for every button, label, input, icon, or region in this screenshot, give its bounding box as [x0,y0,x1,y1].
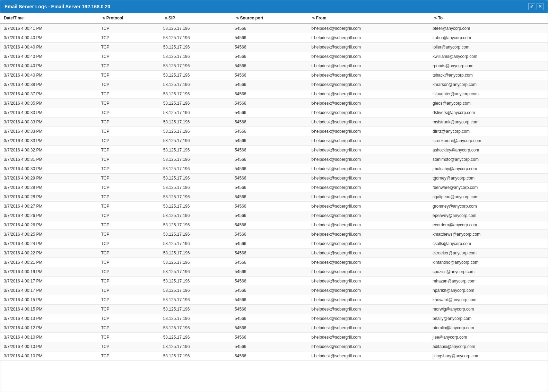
cell-to: cpuziss@anycorp.com [429,267,548,277]
cell-to: lslaughter@anycorp.com [429,89,548,99]
cell-to: kmatthews@anycorp.com [429,230,548,239]
table-row[interactable]: 3/7/2016 4:00:33 PMTCP58.125.17.19654566… [0,117,548,127]
cell-source_port: 54566 [231,24,307,33]
cell-to: loller@anycorp.com [429,43,548,52]
cell-from: it-helpdesk@sobergrill.com [307,174,429,183]
cell-protocol: TCP [97,33,159,43]
maximize-button[interactable]: ⤢ [528,3,535,10]
table-row[interactable]: 3/7/2016 4:00:35 PMTCP58.125.17.19654566… [0,99,548,108]
table-row[interactable]: 3/7/2016 4:00:22 PMTCP58.125.17.19654566… [0,249,548,258]
cell-datetime: 3/7/2016 4:00:40 PM [0,33,97,43]
table-row[interactable]: 3/7/2016 4:00:41 PMTCP58.125.17.19654566… [0,24,548,33]
col-to[interactable]: ⇅ To [429,13,548,24]
table-row[interactable]: 3/7/2016 4:00:10 PMTCP58.125.17.19654566… [0,333,548,342]
cell-protocol: TCP [97,192,159,202]
table-row[interactable]: 3/7/2016 4:00:31 PMTCP58.125.17.19654566… [0,155,548,164]
table-row[interactable]: 3/7/2016 4:00:19 PMTCP58.125.17.19654566… [0,267,548,277]
cell-protocol: TCP [97,286,159,295]
table-row[interactable]: 3/7/2016 4:00:13 PMTCP58.125.17.19654566… [0,314,548,323]
cell-source_port: 54566 [231,52,307,61]
cell-protocol: TCP [97,183,159,192]
cell-sip: 58.125.17.196 [160,211,231,220]
cell-datetime: 3/7/2016 4:00:26 PM [0,220,97,230]
table-row[interactable]: 3/7/2016 4:00:40 PMTCP58.125.17.19654566… [0,52,548,61]
cell-protocol: TCP [97,305,159,314]
cell-datetime: 3/7/2016 4:00:21 PM [0,258,97,267]
cell-source_port: 54566 [231,117,307,127]
table-row[interactable]: 3/7/2016 4:00:38 PMTCP58.125.17.19654566… [0,80,548,89]
cell-to: kwilliams@anycorp.com [429,52,548,61]
table-row[interactable]: 3/7/2016 4:00:37 PMTCP58.125.17.19654566… [0,89,548,99]
cell-source_port: 54566 [231,108,307,117]
cell-from: it-helpdesk@sobergrill.com [307,117,429,127]
close-button[interactable]: ✕ [537,3,543,10]
table-row[interactable]: 3/7/2016 4:00:28 PMTCP58.125.17.19654566… [0,192,548,202]
cell-sip: 58.125.17.196 [160,155,231,164]
table-row[interactable]: 3/7/2016 4:00:24 PMTCP58.125.17.19654566… [0,239,548,249]
table-row[interactable]: 3/7/2016 4:00:21 PMTCP58.125.17.19654566… [0,258,548,267]
table-row[interactable]: 3/7/2016 4:00:27 PMTCP58.125.17.19654566… [0,202,548,211]
col-sip[interactable]: ⇅ SIP [160,13,231,24]
cell-from: it-helpdesk@sobergrill.com [307,277,429,286]
cell-sip: 58.125.17.196 [160,89,231,99]
col-source-port[interactable]: ⇅ Source port [231,13,307,24]
cell-to: ashockley@anycorp.com [429,146,548,155]
cell-datetime: 3/7/2016 4:00:15 PM [0,295,97,305]
cell-protocol: TCP [97,174,159,183]
table-row[interactable]: 3/7/2016 4:00:32 PMTCP58.125.17.19654566… [0,146,548,155]
table-row[interactable]: 3/7/2016 4:00:29 PMTCP58.125.17.19654566… [0,174,548,183]
table-row[interactable]: 3/7/2016 4:00:40 PMTCP58.125.17.19654566… [0,43,548,52]
table-row[interactable]: 3/7/2016 4:00:40 PMTCP58.125.17.19654566… [0,71,548,80]
cell-protocol: TCP [97,43,159,52]
cell-datetime: 3/7/2016 4:00:12 PM [0,323,97,333]
table-row[interactable]: 3/7/2016 4:00:33 PMTCP58.125.17.19654566… [0,136,548,146]
table-row[interactable]: 3/7/2016 4:00:40 PMTCP58.125.17.19654566… [0,61,548,71]
cell-to: gromney@anycorp.com [429,202,548,211]
cell-protocol: TCP [97,258,159,267]
cell-from: it-helpdesk@sobergrill.com [307,211,429,220]
cell-protocol: TCP [97,89,159,99]
cell-datetime: 3/7/2016 4:00:33 PM [0,108,97,117]
cell-protocol: TCP [97,333,159,342]
table-row[interactable]: 3/7/2016 4:00:30 PMTCP58.125.17.19654566… [0,164,548,174]
col-sip-label: SIP [168,16,175,20]
cell-from: it-helpdesk@sobergrill.com [307,155,429,164]
cell-source_port: 54566 [231,80,307,89]
table-row[interactable]: 3/7/2016 4:00:10 PMTCP58.125.17.19654566… [0,351,548,361]
table-row[interactable]: 3/7/2016 4:00:17 PMTCP58.125.17.19654566… [0,286,548,295]
table-row[interactable]: 3/7/2016 4:00:15 PMTCP58.125.17.19654566… [0,295,548,305]
col-from[interactable]: ⇅ From [307,13,429,24]
cell-protocol: TCP [97,323,159,333]
table-row[interactable]: 3/7/2016 4:00:10 PMTCP58.125.17.19654566… [0,342,548,351]
cell-sip: 58.125.17.196 [160,230,231,239]
table-row[interactable]: 3/7/2016 4:00:33 PMTCP58.125.17.19654566… [0,127,548,136]
cell-protocol: TCP [97,220,159,230]
table-row[interactable]: 3/7/2016 4:00:28 PMTCP58.125.17.19654566… [0,183,548,192]
cell-protocol: TCP [97,239,159,249]
cell-source_port: 54566 [231,314,307,323]
cell-protocol: TCP [97,230,159,239]
cell-to: rponds@anycorp.com [429,61,548,71]
cell-to: kinfantino@anycorp.com [429,258,548,267]
table-row[interactable]: 3/7/2016 4:00:25 PMTCP58.125.17.19654566… [0,230,548,239]
cell-source_port: 54566 [231,333,307,342]
table-row[interactable]: 3/7/2016 4:00:17 PMTCP58.125.17.19654566… [0,277,548,286]
cell-sip: 58.125.17.196 [160,258,231,267]
cell-sip: 58.125.17.196 [160,33,231,43]
table-row[interactable]: 3/7/2016 4:00:26 PMTCP58.125.17.19654566… [0,220,548,230]
table-row[interactable]: 3/7/2016 4:00:12 PMTCP58.125.17.19654566… [0,323,548,333]
table-row[interactable]: 3/7/2016 4:00:15 PMTCP58.125.17.19654566… [0,305,548,314]
cell-datetime: 3/7/2016 4:00:33 PM [0,127,97,136]
cell-sip: 58.125.17.196 [160,342,231,351]
cell-protocol: TCP [97,202,159,211]
sort-icon-protocol: ⇅ [102,16,105,20]
cell-protocol: TCP [97,127,159,136]
cell-to: morwig@anycorp.com [429,305,548,314]
table-row[interactable]: 3/7/2016 4:00:33 PMTCP58.125.17.19654566… [0,108,548,117]
col-protocol[interactable]: ⇅ Protocol [97,13,159,24]
cell-from: it-helpdesk@sobergrill.com [307,323,429,333]
table-row[interactable]: 3/7/2016 4:00:40 PMTCP58.125.17.19654566… [0,33,548,43]
col-datetime[interactable]: Date/Time [0,13,97,24]
cell-from: it-helpdesk@sobergrill.com [307,127,429,136]
table-row[interactable]: 3/7/2016 4:00:26 PMTCP58.125.17.19654566… [0,211,548,220]
